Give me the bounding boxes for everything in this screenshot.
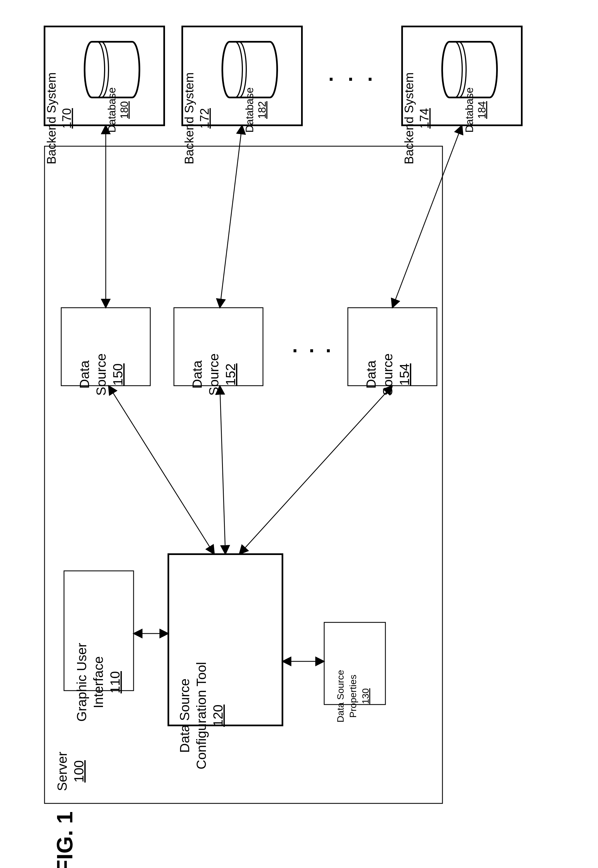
diagram-svg: Server 100 Graphic User Interface 110 Da… <box>0 0 598 868</box>
backend-ref-2: 174 <box>417 108 431 128</box>
backend-ellipsis-3: . <box>367 63 373 85</box>
ds-ref-1: 152 <box>223 363 238 386</box>
backend-ellipsis-1: . <box>328 63 334 85</box>
tool-l2: Configuration Tool <box>194 662 209 769</box>
server-label: Server <box>55 752 70 791</box>
ds-ellipsis-1: . <box>292 334 298 357</box>
gui-l2: Interface <box>91 657 106 708</box>
arrow-tool-ds2 <box>239 386 392 554</box>
db-label-0: Database <box>106 87 118 133</box>
ds-ellipsis-2: . <box>309 334 314 357</box>
ds-l1-0: Data <box>77 360 92 389</box>
ds-l1-1: Data <box>190 360 205 389</box>
ds-l2-1: Source <box>206 353 221 396</box>
gui-l1: Graphic User <box>74 643 89 722</box>
ds-l2-2: Source <box>380 353 395 396</box>
backend-group-0: Backend System 170 Database 180 <box>45 27 164 164</box>
backend-ref-0: 170 <box>60 108 73 128</box>
ds-l1-2: Data <box>364 360 378 389</box>
ds-ellipsis-3: . <box>326 334 331 357</box>
backend-group-1: Backend System 172 Database 182 <box>182 27 302 164</box>
backend-label-1: Backend System <box>182 72 196 164</box>
tool-l1: Data Source <box>177 679 192 753</box>
db-ref-2: 184 <box>476 101 488 118</box>
gui-ref: 110 <box>108 671 123 693</box>
arrow-ds1-backend1 <box>220 125 242 308</box>
backend-ellipsis-2: . <box>348 63 353 85</box>
figure-label: FIG. 1 <box>52 811 77 868</box>
props-ref: 130 <box>360 688 371 704</box>
ds-ref-2: 154 <box>397 363 412 386</box>
backend-label-0: Backend System <box>45 72 58 164</box>
server-ref: 100 <box>72 760 86 783</box>
arrow-tool-ds1 <box>220 386 226 554</box>
tool-ref: 120 <box>211 705 226 727</box>
db-label-2: Database <box>463 87 475 133</box>
db-ref-1: 182 <box>256 101 268 118</box>
db-label-1: Database <box>244 87 256 133</box>
backend-group-2: Backend System 174 Database 184 <box>402 27 522 164</box>
arrow-tool-ds0 <box>109 386 214 554</box>
db-ref-0: 180 <box>118 101 130 118</box>
props-l2: Properties <box>348 675 358 718</box>
props-l1: Data Source <box>335 670 345 723</box>
ds-ref-0: 150 <box>111 363 125 386</box>
backend-label-2: Backend System <box>402 72 416 164</box>
ds-l2-0: Source <box>94 353 109 396</box>
backend-ref-1: 172 <box>197 108 211 128</box>
